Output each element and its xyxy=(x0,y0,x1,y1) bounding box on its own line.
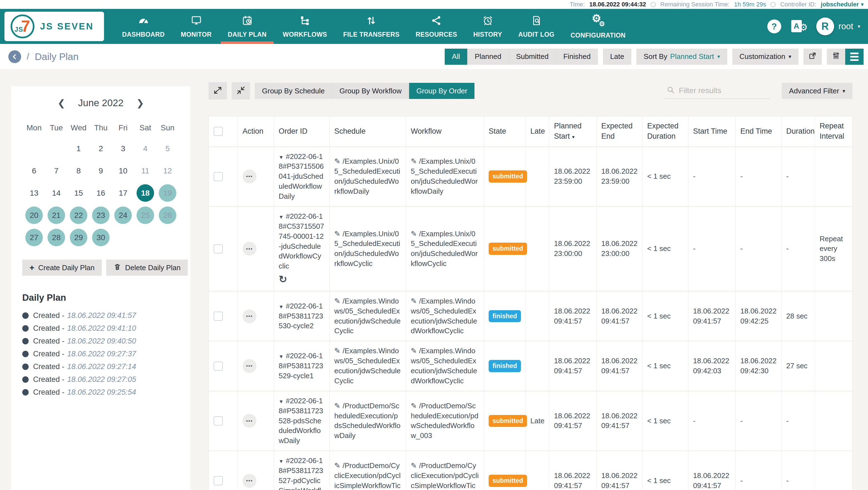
created-timestamp[interactable]: 18.06.2022 09:27:05 xyxy=(67,375,136,384)
workflow-path[interactable]: /Examples.Unix/05_ScheduledExecution/jdu… xyxy=(411,157,478,195)
calendar-day-5[interactable]: 5 xyxy=(159,140,176,157)
filter-button-all[interactable]: All xyxy=(445,48,467,65)
calendar-day-11[interactable]: 11 xyxy=(136,162,154,179)
nav-item-dashboard[interactable]: DASHBOARD xyxy=(114,9,173,44)
created-timestamp[interactable]: 18.06.2022 09:27:37 xyxy=(67,350,136,358)
row-checkbox[interactable] xyxy=(214,476,223,485)
edit-icon[interactable]: ✎ xyxy=(334,297,340,305)
edit-icon[interactable]: ✎ xyxy=(334,347,340,355)
calendar-day-2[interactable]: 2 xyxy=(92,140,110,157)
chevron-down-icon[interactable]: ▼ xyxy=(279,214,284,220)
order-id-text[interactable]: #2022-06-18#C53715507745-00001-12-jduSch… xyxy=(279,212,324,270)
button-group-by-workflow[interactable]: Group By Workflow xyxy=(332,83,409,99)
schedule-path[interactable]: /Examples.Unix/05_ScheduledExecution/jdu… xyxy=(334,230,400,268)
row-checkbox[interactable] xyxy=(214,362,223,371)
calendar-day-20[interactable]: 20 xyxy=(25,206,43,224)
row-actions-button[interactable]: ••• xyxy=(243,242,256,256)
calendar-day-24[interactable]: 24 xyxy=(114,206,132,224)
order-id-text[interactable]: #2022-06-18#P53811723530-cycle2 xyxy=(279,302,323,330)
calendar-day-18[interactable]: 18 xyxy=(136,184,154,202)
row-checkbox[interactable] xyxy=(214,244,223,254)
order-id-text[interactable]: #2022-06-18#P53811723528-pdsScheduledWor… xyxy=(279,397,323,445)
calendar-day-1[interactable]: 1 xyxy=(70,140,87,157)
order-id-text[interactable]: #2022-06-18#P53715506041-jduScheduledWor… xyxy=(279,152,324,201)
chevron-down-icon[interactable]: ▼ xyxy=(279,399,284,404)
calendar-day-4[interactable]: 4 xyxy=(136,140,154,157)
row-actions-button[interactable]: ••• xyxy=(243,309,256,323)
nav-item-resources[interactable]: RESOURCES xyxy=(407,9,465,44)
user-menu[interactable]: R root ▾ xyxy=(816,18,860,35)
controller-dropdown[interactable]: jobscheduler ▾ xyxy=(821,1,864,8)
filter-button-submitted[interactable]: Submitted xyxy=(509,48,556,65)
filter-results-input[interactable] xyxy=(679,86,768,95)
order-id-text[interactable]: #2022-06-18#P53811723527-pdCyclicSimpleW… xyxy=(279,456,323,490)
schedule-path[interactable]: /Examples.Windows/05_ScheduledExecution/… xyxy=(334,347,401,385)
nav-item-audit-log[interactable]: AUDIT LOG xyxy=(510,9,563,44)
nav-item-file-transfers[interactable]: FILE TRANSFERS xyxy=(335,9,407,44)
calendar-day-6[interactable]: 6 xyxy=(25,162,43,179)
calendar-day-15[interactable]: 15 xyxy=(70,184,87,202)
row-checkbox[interactable] xyxy=(214,172,223,181)
prev-month-icon[interactable]: ❮ xyxy=(58,98,65,107)
row-actions-button[interactable]: ••• xyxy=(243,359,256,373)
calendar-day-17[interactable]: 17 xyxy=(114,184,132,202)
nav-item-history[interactable]: HISTORY xyxy=(465,9,510,44)
calendar-day-29[interactable]: 29 xyxy=(70,229,87,246)
calendar-day-10[interactable]: 10 xyxy=(114,162,132,179)
sort-by-dropdown[interactable]: Sort ByPlanned Start▾ xyxy=(636,48,727,65)
edit-icon[interactable]: ✎ xyxy=(334,230,340,238)
order-id-text[interactable]: #2022-06-18#P53811723529-cycle1 xyxy=(279,352,323,380)
export-button[interactable] xyxy=(804,48,822,65)
help-icon[interactable]: ? xyxy=(767,20,781,33)
calendar-day-12[interactable]: 12 xyxy=(159,162,176,179)
workflow-path[interactable]: /Examples.Unix/05_ScheduledExecution/jdu… xyxy=(411,230,478,268)
advanced-filter-dropdown[interactable]: Advanced Filter▾ xyxy=(782,83,852,99)
filter-settings-button[interactable] xyxy=(827,48,845,65)
customization-dropdown[interactable]: Customization▾ xyxy=(732,48,799,65)
edit-icon[interactable]: ✎ xyxy=(334,157,340,165)
calendar-day-22[interactable]: 22 xyxy=(70,206,87,224)
chevron-down-icon[interactable]: ▼ xyxy=(279,304,284,309)
collapse-all-button[interactable] xyxy=(232,82,250,99)
nav-item-configuration[interactable]: ⚙⚙CONFIGURATION xyxy=(563,9,634,44)
created-timestamp[interactable]: 18.06.2022 09:27:14 xyxy=(67,362,136,371)
select-all-checkbox[interactable] xyxy=(214,127,223,136)
edit-icon[interactable]: ✎ xyxy=(411,230,417,238)
edit-icon[interactable]: ✎ xyxy=(411,402,417,410)
created-timestamp[interactable]: 18.06.2022 09:25:54 xyxy=(67,388,136,397)
edit-icon[interactable]: ✎ xyxy=(411,297,417,305)
language-icon[interactable]: A ⚙ xyxy=(791,19,806,34)
chevron-down-icon[interactable]: ▼ xyxy=(279,155,284,160)
expand-all-button[interactable] xyxy=(209,82,227,99)
chevron-down-icon[interactable]: ▼ xyxy=(279,459,284,464)
row-checkbox[interactable] xyxy=(214,312,223,321)
button-group-by-schedule[interactable]: Group By Schedule xyxy=(255,83,332,99)
edit-icon[interactable]: ✎ xyxy=(411,347,417,355)
calendar-day-19[interactable]: 19 xyxy=(159,184,176,202)
row-actions-button[interactable]: ••• xyxy=(243,169,256,184)
created-timestamp[interactable]: 18.06.2022 09:41:10 xyxy=(67,324,136,333)
calendar-day-28[interactable]: 28 xyxy=(48,229,65,246)
calendar-day-25[interactable]: 25 xyxy=(136,206,154,224)
cyclic-order-icon[interactable]: ↻ xyxy=(279,272,324,286)
calendar-day-27[interactable]: 27 xyxy=(25,229,43,246)
row-actions-button[interactable]: ••• xyxy=(243,474,256,488)
calendar-day-14[interactable]: 14 xyxy=(48,184,65,202)
nav-item-workflows[interactable]: WORKFLOWS xyxy=(275,9,335,44)
calendar-day-9[interactable]: 9 xyxy=(92,162,110,179)
calendar-day-16[interactable]: 16 xyxy=(92,184,110,202)
row-checkbox[interactable] xyxy=(214,416,223,426)
brand-logo[interactable]: JS 7 JS SEVEN xyxy=(4,12,104,41)
next-month-icon[interactable]: ❯ xyxy=(136,98,144,107)
schedule-path[interactable]: /Examples.Windows/05_ScheduledExecution/… xyxy=(334,297,401,335)
nav-item-daily-plan[interactable]: DAILY PLAN xyxy=(220,9,275,44)
edit-icon[interactable]: ✎ xyxy=(411,461,417,470)
calendar-day-23[interactable]: 23 xyxy=(92,206,110,224)
workflow-path[interactable]: /Examples.Windows/05_ScheduledExecution/… xyxy=(411,297,477,335)
create-daily-plan-button[interactable]: + Create Daily Plan xyxy=(22,260,102,276)
chevron-down-icon[interactable]: ▼ xyxy=(279,354,284,359)
button-group-by-order[interactable]: Group By Order xyxy=(409,83,475,99)
delete-daily-plan-button[interactable]: Delete Daily Plan xyxy=(106,260,188,276)
back-button[interactable] xyxy=(8,50,21,63)
filter-button-finished[interactable]: Finished xyxy=(556,48,598,65)
